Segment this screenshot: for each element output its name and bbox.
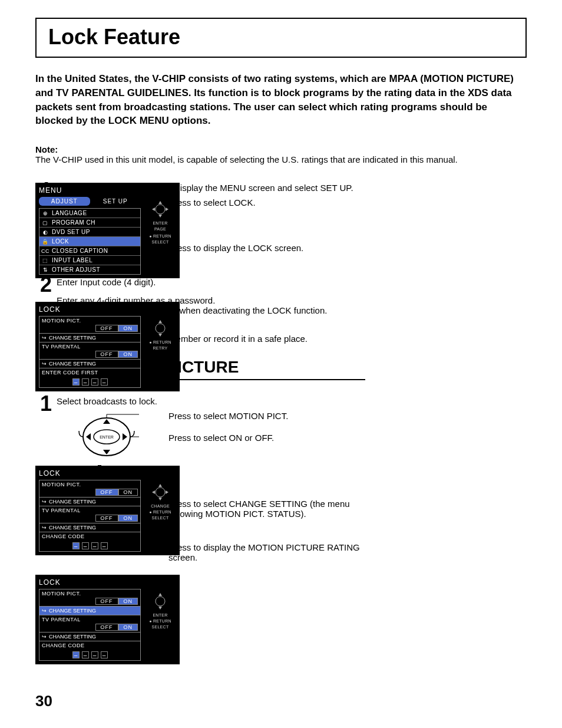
lock-change-row-2: ↪CHANGE SETTING bbox=[39, 360, 141, 368]
svg-marker-42 bbox=[158, 484, 162, 487]
lock-change-code-row: CHANGE CODE –––– bbox=[39, 532, 141, 552]
svg-point-33 bbox=[156, 205, 165, 214]
svg-marker-34 bbox=[158, 201, 162, 204]
svg-marker-16 bbox=[123, 433, 127, 440]
lock-tvp-row: TV PARENTAL OFFON bbox=[39, 506, 141, 523]
note-text: The V-CHIP used in this unit model, is c… bbox=[35, 154, 527, 164]
svg-marker-35 bbox=[158, 215, 162, 218]
svg-marker-39 bbox=[158, 320, 162, 323]
osd-menu-screen: MENU ADJUST SET UP ⊕LANGUAGE ▢PROGRAM CH… bbox=[35, 183, 180, 278]
return-arrow-icon: ↪ bbox=[42, 608, 47, 614]
sec2-instr-d: Press to display the MOTION PICTURE RATI… bbox=[168, 542, 365, 562]
legend-dpad-icon bbox=[150, 482, 170, 502]
svg-marker-14 bbox=[103, 450, 110, 454]
lock-motion-row: MOTION PICT. OFFON bbox=[39, 589, 141, 607]
step-1-instr-b: Press to display the LOCK screen. bbox=[168, 243, 365, 253]
lock-motion-row: MOTION PICT. OFFON bbox=[39, 480, 141, 498]
return-arrow-icon: ↪ bbox=[42, 361, 47, 367]
svg-point-46 bbox=[156, 597, 165, 606]
sec2-instr-a: Press to select MOTION PICT. bbox=[168, 411, 365, 421]
cc-icon: CC bbox=[42, 248, 49, 254]
svg-marker-47 bbox=[158, 593, 162, 596]
return-arrow-icon: ↪ bbox=[42, 335, 47, 341]
svg-text:ENTER: ENTER bbox=[100, 435, 114, 439]
sec2-step-1-text: Select broadcasts to lock. bbox=[57, 396, 365, 406]
return-arrow-icon: ↪ bbox=[42, 634, 47, 640]
lock-change-row: ↪CHANGE SETTING bbox=[39, 498, 141, 506]
svg-marker-43 bbox=[158, 498, 162, 500]
step-number: 1 bbox=[35, 394, 57, 413]
svg-marker-48 bbox=[158, 607, 162, 610]
menu-item-program-ch: ▢PROGRAM CH bbox=[39, 218, 140, 228]
page-number: 30 bbox=[35, 692, 52, 710]
page-title: Lock Feature bbox=[48, 25, 514, 50]
sec2-instr-b: Press to select ON or OFF. bbox=[168, 433, 365, 443]
legend-dpad-icon bbox=[150, 591, 170, 611]
input-icon: ⬚ bbox=[42, 258, 49, 263]
lock-tvp-row: TV PARENTAL OFFON bbox=[39, 342, 141, 360]
svg-marker-45 bbox=[166, 490, 168, 494]
step-2-text: Enter Input code (4 digit). bbox=[57, 277, 365, 287]
menu-item-closed-caption: CCCLOSED CAPTION bbox=[39, 246, 140, 256]
osd-lock-screen-3: LOCK MOTION PICT. OFFON ↪CHANGE SETTING … bbox=[35, 575, 180, 664]
menu-item-lock: 🔒LOCK bbox=[39, 237, 140, 246]
menu-item-dvd-setup: ◐DVD SET UP bbox=[39, 228, 140, 237]
lock-icon: 🔒 bbox=[42, 239, 49, 245]
svg-marker-36 bbox=[152, 207, 155, 211]
lock-change-row: ↪CHANGE SETTING bbox=[39, 334, 141, 342]
lock-change-row-2: ↪CHANGE SETTING bbox=[39, 633, 141, 641]
osd-legend: ● RETURN RETRY bbox=[144, 316, 176, 388]
dpad-icon: ENTER bbox=[74, 413, 139, 460]
legend-dpad-icon bbox=[150, 318, 170, 338]
svg-point-41 bbox=[156, 487, 165, 497]
svg-marker-15 bbox=[86, 433, 91, 440]
sec2-instr-c: Press to select CHANGE SETTING (the menu… bbox=[168, 499, 365, 519]
osd-menu-title: MENU bbox=[39, 186, 176, 195]
step-1-instr-a: Press to select LOCK. bbox=[168, 197, 365, 207]
dvd-icon: ◐ bbox=[42, 229, 49, 235]
osd-menu-list: ⊕LANGUAGE ▢PROGRAM CH ◐DVD SET UP 🔒LOCK … bbox=[39, 208, 141, 275]
lock-change-code-row: CHANGE CODE –––– bbox=[39, 641, 141, 661]
svg-marker-37 bbox=[166, 207, 168, 211]
osd-lock-screen-1: LOCK MOTION PICT. OFFON ↪CHANGE SETTING … bbox=[35, 302, 180, 391]
lock-tvp-row: TV PARENTAL OFFON bbox=[39, 615, 141, 633]
svg-marker-44 bbox=[152, 490, 155, 494]
svg-marker-40 bbox=[158, 334, 162, 337]
legend-dpad-icon bbox=[150, 199, 170, 219]
return-arrow-icon: ↪ bbox=[42, 499, 47, 505]
osd-legend: CHANGE ● RETURN SELECT bbox=[144, 480, 176, 552]
osd-legend: ENTER ● RETURN SELECT bbox=[144, 589, 176, 661]
osd-lock-title: LOCK bbox=[39, 305, 176, 314]
lock-enter-code-row: ENTER CODE FIRST –––– bbox=[39, 368, 141, 388]
lock-change-row-2: ↪CHANGE SETTING bbox=[39, 523, 141, 532]
return-arrow-icon: ↪ bbox=[42, 525, 47, 531]
svg-point-38 bbox=[156, 324, 165, 333]
osd-legend: ENTER PAGE ● RETURN SELECT bbox=[144, 197, 176, 275]
osd-tab-row: ADJUST SET UP bbox=[39, 197, 141, 206]
menu-item-input-label: ⬚INPUT LABEL bbox=[39, 256, 140, 265]
title-frame: Lock Feature bbox=[35, 18, 527, 58]
note-label: Note: bbox=[35, 144, 527, 154]
tab-setup: SET UP bbox=[90, 197, 141, 206]
tab-adjust: ADJUST bbox=[39, 197, 90, 206]
intro-paragraph: In the United States, the V-CHIP consist… bbox=[35, 72, 527, 128]
lock-change-row: ↪CHANGE SETTING bbox=[39, 607, 141, 615]
step-number: 2 bbox=[35, 275, 57, 294]
lock-motion-row: MOTION PICT. OFFON bbox=[39, 316, 141, 334]
svg-marker-13 bbox=[103, 419, 110, 424]
globe-icon: ⊕ bbox=[42, 210, 49, 216]
menu-item-language: ⊕LANGUAGE bbox=[39, 209, 140, 218]
menu-item-other-adjust: ⇅OTHER ADJUST bbox=[39, 265, 140, 274]
osd-lock-screen-2: LOCK MOTION PICT. OFFON ↪CHANGE SETTING … bbox=[35, 466, 180, 555]
adjust-icon: ⇅ bbox=[42, 267, 49, 273]
tv-icon: ▢ bbox=[42, 220, 49, 226]
